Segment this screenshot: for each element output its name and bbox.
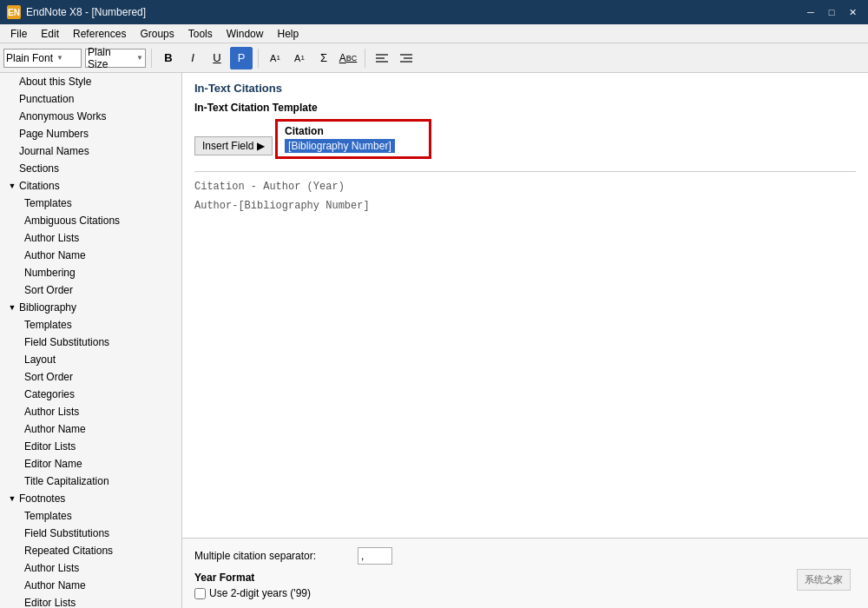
sidebar-item-anonymous[interactable]: Anonymous Works [0,108,181,125]
sidebar-label-footnotes: Footnotes [19,492,178,505]
citation-box: Citation [Bibliography Number] [275,119,431,159]
maximize-button[interactable]: □ [823,3,840,21]
sidebar-item-bib-titlecap[interactable]: Title Capitalization [0,473,181,490]
sidebar-label-bib-titlecap: Title Capitalization [24,475,178,487]
sidebar-label-bib-categories: Categories [24,388,178,400]
separator-input[interactable] [358,547,392,565]
sidebar-label-cit-sortorder: Sort Order [24,284,178,296]
sidebar-item-cit-ambiguous[interactable]: Ambiguous Citations [0,212,181,229]
two-digit-year-label: Use 2-digit years ('99) [209,587,311,599]
template-line-2: Author-[Bibliography Number] [194,196,856,215]
sidebar-label-sections: Sections [19,162,178,175]
sidebar-item-bib-fieldsubs[interactable]: Field Substitutions [0,334,181,351]
sidebar-item-fn-authorlists[interactable]: Author Lists [0,559,181,577]
sidebar-item-cit-authorlists[interactable]: Author Lists [0,229,181,247]
sidebar-item-page-numbers[interactable]: Page Numbers [0,125,181,142]
font-name-dropdown[interactable]: Plain Font ▼ [3,49,82,68]
sidebar-item-sections[interactable]: Sections [0,160,181,177]
separator-row: Multiple citation separator: [194,547,856,565]
underline-button[interactable]: U [206,47,228,69]
sidebar-label-journal-names: Journal Names [19,145,178,157]
sidebar-label-about: About this Style [19,76,178,88]
font-size-arrow: ▼ [136,54,143,62]
watermark: 系统之家 [797,569,851,591]
sidebar-label-cit-authorlists: Author Lists [24,232,178,244]
expander-punctuation [5,92,19,106]
sidebar-item-bib-sortorder[interactable]: Sort Order [0,368,181,386]
menu-groups[interactable]: Groups [133,26,181,42]
bold-button[interactable]: B [157,47,180,69]
superscript-button[interactable]: A1 [264,47,286,69]
bottom-section: Multiple citation separator: Year Format… [182,538,868,608]
sigma-button[interactable]: Σ [312,47,335,69]
menu-window[interactable]: Window [220,26,271,42]
main-layout: About this Style Punctuation Anonymous W… [0,73,868,608]
sidebar-label-anonymous: Anonymous Works [19,110,178,122]
sidebar-container: About this Style Punctuation Anonymous W… [0,73,182,608]
title-bar: EN EndNote X8 - [Numbered] ─ □ ✕ [0,0,868,24]
menu-tools[interactable]: Tools [181,26,220,42]
sidebar-item-bib-authorlists[interactable]: Author Lists [0,403,181,420]
window-controls: ─ □ ✕ [802,3,861,21]
expander-bibliography: ▼ [5,301,19,314]
sidebar-item-bib-layout[interactable]: Layout [0,351,181,368]
font-size-dropdown[interactable]: Plain Size ▼ [85,49,146,68]
sidebar-label-cit-numbering: Numbering [24,267,178,279]
sidebar-item-bib-editorname[interactable]: Editor Name [0,455,181,473]
sidebar-item-punctuation[interactable]: Punctuation [0,90,181,108]
sidebar-item-fn-editorlists[interactable]: Editor Lists [0,594,181,608]
menu-references[interactable]: References [66,26,133,42]
minimize-button[interactable]: ─ [802,3,819,21]
sidebar-label-punctuation: Punctuation [19,93,178,105]
window-title: EndNote X8 - [Numbered] [26,6,146,18]
sidebar-label-fn-authorname: Author Name [24,579,178,591]
insert-field-button[interactable]: Insert Field ▶ [194,136,273,155]
sidebar-label-fn-authorlists: Author Lists [24,562,178,574]
toolbar: Plain Font ▼ Plain Size ▼ B I U P A1 A1 … [0,43,868,73]
sidebar-item-fn-repeated[interactable]: Repeated Citations [0,542,181,559]
subscript-button[interactable]: A1 [288,47,311,69]
menu-file[interactable]: File [3,26,34,42]
sidebar-item-cit-sortorder[interactable]: Sort Order [0,281,181,299]
sidebar-item-fn-templates[interactable]: Templates [0,507,181,525]
sidebar-label-bib-fieldsubs: Field Substitutions [24,336,178,348]
italic-button[interactable]: I [181,47,204,69]
close-button[interactable]: ✕ [844,3,861,21]
sidebar-item-cit-numbering[interactable]: Numbering [0,264,181,281]
sidebar-item-about[interactable]: About this Style [0,73,181,90]
plain-button[interactable]: P [230,47,253,69]
toolbar-separator-2 [258,49,259,68]
sidebar-item-bib-templates[interactable]: Templates [0,316,181,334]
sidebar-item-footnotes[interactable]: ▼ Footnotes [0,490,181,507]
sidebar-item-bib-editorlists[interactable]: Editor Lists [0,438,181,455]
sidebar-item-cit-authorname[interactable]: Author Name [0,247,181,264]
align-right-button[interactable] [395,47,418,69]
abc-button[interactable]: ABC [337,47,359,69]
sidebar-label-bib-layout: Layout [24,354,178,366]
expander-about [5,75,19,89]
year-format-title: Year Format [194,572,856,584]
sidebar-item-cit-templates[interactable]: Templates [0,195,181,212]
sidebar-label-citations: Citations [19,180,178,192]
two-digit-year-checkbox[interactable] [194,588,206,599]
sidebar-item-citations[interactable]: ▼ Citations [0,177,181,195]
sidebar-label-bib-authorlists: Author Lists [24,406,178,418]
expander-page-numbers [5,127,19,141]
align-left-button[interactable] [371,47,393,69]
sidebar-item-bib-categories[interactable]: Categories [0,386,181,403]
sidebar-item-fn-authorname[interactable]: Author Name [0,577,181,594]
font-select-group: Plain Font ▼ Plain Size ▼ [3,49,146,68]
citation-box-value[interactable]: [Bibliography Number] [285,139,395,153]
menu-help[interactable]: Help [270,26,306,42]
menu-edit[interactable]: Edit [34,26,66,42]
sidebar-label-bib-editorlists: Editor Lists [24,440,178,453]
expander-footnotes: ▼ [5,492,19,506]
sidebar-item-fn-fieldsubs[interactable]: Field Substitutions [0,525,181,542]
sidebar-item-bibliography[interactable]: ▼ Bibliography [0,299,181,316]
two-digit-year-row: Use 2-digit years ('99) [194,587,856,599]
sidebar-item-bib-authorname[interactable]: Author Name [0,420,181,438]
toolbar-separator-3 [365,49,365,68]
align-left-icon [376,53,388,63]
sidebar-label-cit-authorname: Author Name [24,249,178,261]
sidebar-item-journal-names[interactable]: Journal Names [0,142,181,160]
